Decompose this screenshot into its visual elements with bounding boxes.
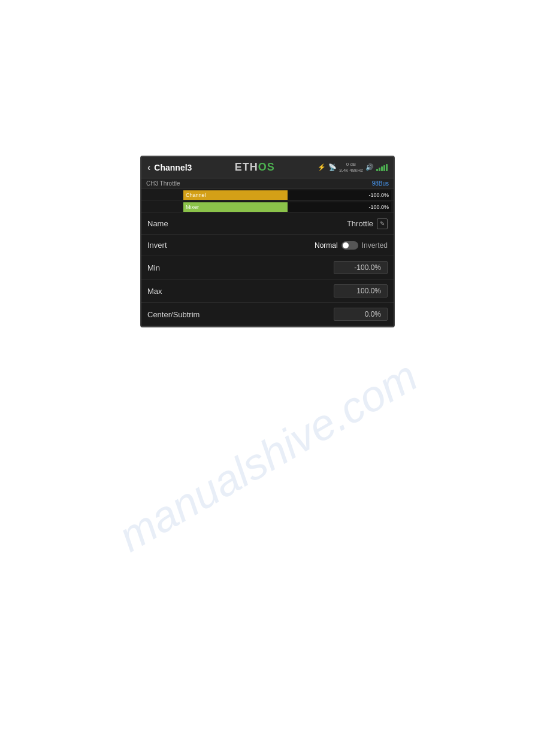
radio-icon: 📡 (328, 163, 337, 171)
invert-toggle[interactable]: Normal Inverted (315, 241, 388, 250)
page-title: Channel3 (154, 163, 192, 172)
name-row[interactable]: Name Throttle ✎ (141, 213, 394, 235)
name-label: Name (147, 219, 168, 228)
min-value[interactable]: -100.0% (334, 261, 388, 274)
header-status: ⚡ 📡 0 dB 3.4k 48kHz 🔊 (318, 162, 388, 173)
mixer-bar-text: Mixer (186, 204, 199, 210)
min-label: Min (147, 263, 160, 272)
status-numbers: 0 dB 3.4k 48kHz (339, 162, 363, 173)
normal-option[interactable]: Normal (315, 241, 338, 250)
channel-bar-row: Channel -100.0% (141, 189, 394, 201)
edit-icon[interactable]: ✎ (377, 218, 388, 229)
name-value-group: Throttle ✎ (347, 218, 388, 229)
min-row[interactable]: Min -100.0% (141, 256, 394, 280)
link-icon: ⚡ (318, 163, 326, 171)
channel-bar-value: -100.0% (368, 192, 389, 198)
bar1 (376, 169, 378, 171)
bar5 (386, 164, 388, 171)
channel-bar-text: Channel (186, 192, 206, 198)
max-row[interactable]: Max 100.0% (141, 280, 394, 303)
logo-os: OS (258, 161, 275, 173)
header-left: ‹ Channel3 (147, 162, 192, 173)
battery-bars (376, 164, 388, 171)
mixer-bar-row: Mixer -100.0% (141, 201, 394, 213)
invert-row[interactable]: Invert Normal Inverted (141, 235, 394, 256)
mixer-bar-value: -100.0% (368, 204, 389, 210)
watermark: manualshive.com (110, 351, 425, 561)
mixer-bar-fill (183, 202, 288, 212)
header: ‹ Channel3 ETHOS ⚡ 📡 0 dB 3.4k 48kHz 🔊 (141, 157, 394, 178)
bar4 (383, 165, 385, 171)
channel-bar-container[interactable]: Channel -100.0% (183, 190, 391, 200)
name-value: Throttle (347, 219, 373, 228)
bar3 (381, 166, 383, 171)
max-label: Max (147, 287, 162, 296)
max-value[interactable]: 100.0% (334, 284, 388, 297)
inverted-option[interactable]: Inverted (362, 241, 388, 250)
volume-icon: 🔊 (365, 163, 374, 171)
toggle-switch[interactable] (341, 241, 358, 250)
center-subtrim-label: Center/Subtrim (147, 310, 200, 319)
back-button[interactable]: ‹ (147, 162, 150, 173)
center-subtrim-row[interactable]: Center/Subtrim 0.0% (141, 303, 394, 326)
freq-value: 3.4k 48kHz (339, 168, 363, 174)
ethos-logo: ETHOS (235, 161, 275, 174)
settings-section: Name Throttle ✎ Invert Normal Inverted M… (141, 213, 394, 326)
invert-label: Invert (147, 241, 167, 250)
bus-label: 98Bus (372, 180, 389, 187)
device-screen: ‹ Channel3 ETHOS ⚡ 📡 0 dB 3.4k 48kHz 🔊 (140, 156, 395, 327)
sub-header-label: CH3 Throttle (146, 180, 180, 187)
mixer-bar-container[interactable]: Mixer -100.0% (183, 202, 391, 212)
center-subtrim-value[interactable]: 0.0% (334, 308, 388, 321)
sub-header: CH3 Throttle 98Bus (141, 178, 394, 189)
bar2 (379, 168, 380, 171)
db-value: 0 dB (346, 162, 356, 168)
bars-section: Channel -100.0% Mixer -100.0% (141, 189, 394, 213)
logo-eth: ETH (235, 161, 258, 173)
